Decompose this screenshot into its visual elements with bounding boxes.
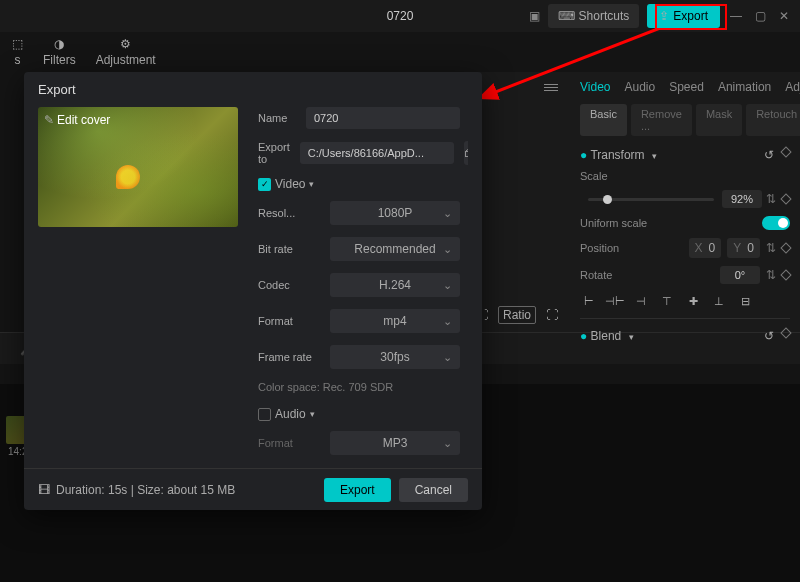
minimize-button[interactable]: — bbox=[728, 8, 744, 24]
cancel-button[interactable]: Cancel bbox=[399, 478, 468, 502]
transform-header[interactable]: ● Transform ▾ bbox=[580, 148, 657, 162]
codec-select[interactable]: H.264 bbox=[330, 273, 460, 297]
audio-format-select: MP3 bbox=[330, 431, 460, 455]
bitrate-label: Bit rate bbox=[258, 243, 320, 255]
shortcuts-button[interactable]: ⌨ Shortcuts bbox=[548, 4, 640, 28]
scale-label: Scale bbox=[580, 170, 608, 182]
tool-item-filters[interactable]: ◑Filters bbox=[43, 37, 76, 67]
dialog-title: Export bbox=[24, 72, 482, 107]
scale-slider[interactable] bbox=[588, 198, 714, 201]
keyframe-icon[interactable] bbox=[780, 146, 791, 157]
export-dialog: Export ✎ Edit cover Name Export to 🗀 ✓ bbox=[24, 72, 482, 510]
browse-folder-button[interactable]: 🗀 bbox=[464, 141, 468, 165]
export-button[interactable]: Export bbox=[324, 478, 391, 502]
cover-preview[interactable]: ✎ Edit cover bbox=[38, 107, 238, 227]
fullscreen-icon[interactable]: ⛶ bbox=[546, 308, 558, 322]
scale-value[interactable]: 92% bbox=[722, 190, 762, 208]
maximize-button[interactable]: ▢ bbox=[752, 8, 768, 24]
align-bottom-icon[interactable]: ⊥ bbox=[710, 294, 728, 308]
align-buttons: ⊢ ⊣⊢ ⊣ ⊤ ✚ ⊥ ⊟ bbox=[580, 294, 790, 308]
format-select[interactable]: mp4 bbox=[330, 309, 460, 333]
pencil-icon: ✎ bbox=[44, 113, 54, 127]
subtab-remove[interactable]: Remove ... bbox=[631, 104, 692, 136]
video-section-header[interactable]: ✓ Video▾ bbox=[258, 177, 460, 191]
layout-icon[interactable]: ▣ bbox=[529, 9, 540, 23]
align-top-icon[interactable]: ⊤ bbox=[658, 294, 676, 308]
align-distr-icon[interactable]: ⊟ bbox=[736, 294, 754, 308]
tab-speed[interactable]: Speed bbox=[669, 80, 704, 94]
keyboard-icon: ⌨ bbox=[558, 9, 575, 23]
close-button[interactable]: ✕ bbox=[776, 8, 792, 24]
rotate-value[interactable]: 0° bbox=[720, 266, 760, 284]
rotate-stepper[interactable]: ⇅ bbox=[766, 268, 776, 282]
tool-item-s[interactable]: ⬚s bbox=[12, 37, 23, 67]
player-menu-icon[interactable] bbox=[544, 84, 558, 91]
rotate-label: Rotate bbox=[580, 269, 612, 281]
format-label: Format bbox=[258, 315, 320, 327]
shortcuts-label: Shortcuts bbox=[579, 9, 630, 23]
film-icon: 🎞 bbox=[38, 483, 50, 497]
video-checkbox[interactable]: ✓ bbox=[258, 178, 271, 191]
subtab-basic[interactable]: Basic bbox=[580, 104, 627, 136]
uniform-label: Uniform scale bbox=[580, 217, 647, 229]
tool-item-adjustment[interactable]: ⚙Adjustment bbox=[96, 37, 156, 67]
inspector-panel: Video Audio Speed Animation Adjust Basic… bbox=[570, 72, 800, 332]
position-keyframe[interactable] bbox=[780, 242, 791, 253]
tab-video[interactable]: Video bbox=[580, 80, 610, 94]
position-y-input[interactable]: Y0 bbox=[727, 238, 760, 258]
blend-reset-icon[interactable]: ↺ bbox=[764, 329, 774, 343]
exportto-input[interactable] bbox=[300, 142, 454, 164]
tab-audio[interactable]: Audio bbox=[624, 80, 655, 94]
tab-animation[interactable]: Animation bbox=[718, 80, 771, 94]
reset-icon[interactable]: ↺ bbox=[764, 148, 774, 162]
position-stepper[interactable]: ⇅ bbox=[766, 241, 776, 255]
align-right-icon[interactable]: ⊣ bbox=[632, 294, 650, 308]
rotate-keyframe[interactable] bbox=[780, 269, 791, 280]
align-left-icon[interactable]: ⊢ bbox=[580, 294, 598, 308]
codec-label: Codec bbox=[258, 279, 320, 291]
align-hcenter-icon[interactable]: ⊣⊢ bbox=[606, 294, 624, 308]
bitrate-select[interactable]: Recommended bbox=[330, 237, 460, 261]
annotation-highlight bbox=[655, 4, 727, 30]
resolution-select[interactable]: 1080P bbox=[330, 201, 460, 225]
position-x-input[interactable]: X0 bbox=[689, 238, 722, 258]
framerate-select[interactable]: 30fps bbox=[330, 345, 460, 369]
tool-row: ⬚s ◑Filters ⚙Adjustment bbox=[0, 32, 800, 72]
ratio-button[interactable]: Ratio bbox=[498, 306, 536, 324]
project-title: 0720 bbox=[387, 9, 414, 23]
blend-header[interactable]: ● Blend ▾ bbox=[580, 329, 634, 343]
position-label: Position bbox=[580, 242, 619, 254]
folder-icon: 🗀 bbox=[464, 146, 468, 160]
scale-stepper[interactable]: ⇅ bbox=[766, 192, 776, 206]
align-vcenter-icon[interactable]: ✚ bbox=[684, 294, 702, 308]
edit-cover-button[interactable]: ✎ Edit cover bbox=[44, 113, 110, 127]
scale-keyframe[interactable] bbox=[780, 193, 791, 204]
duration-info: 🎞 Duration: 15s | Size: about 15 MB bbox=[38, 483, 235, 497]
colorspace-text: Color space: Rec. 709 SDR bbox=[258, 381, 460, 393]
name-input[interactable] bbox=[306, 107, 460, 129]
name-label: Name bbox=[258, 112, 296, 124]
subtab-mask[interactable]: Mask bbox=[696, 104, 742, 136]
uniform-toggle[interactable] bbox=[762, 216, 790, 230]
edit-cover-label: Edit cover bbox=[57, 113, 110, 127]
audio-format-label: Format bbox=[258, 437, 320, 449]
subtab-retouch[interactable]: Retouch bbox=[746, 104, 800, 136]
framerate-label: Frame rate bbox=[258, 351, 320, 363]
resolution-label: Resol... bbox=[258, 207, 320, 219]
blend-keyframe-icon[interactable] bbox=[780, 327, 791, 338]
audio-section-header[interactable]: Audio▾ bbox=[258, 407, 460, 421]
tab-adjust[interactable]: Adjust bbox=[785, 80, 800, 94]
exportto-label: Export to bbox=[258, 141, 290, 165]
audio-checkbox[interactable] bbox=[258, 408, 271, 421]
